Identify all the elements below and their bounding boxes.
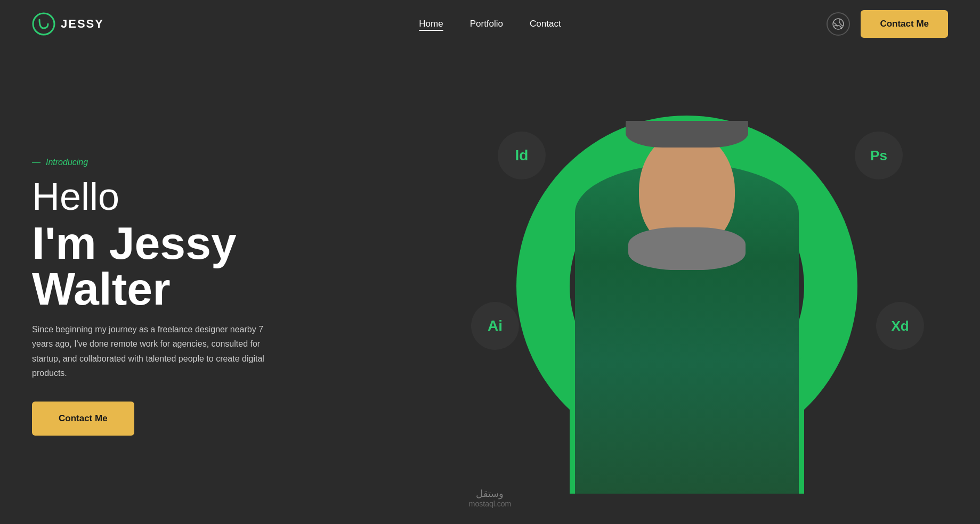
tool-badge-id: Id bbox=[498, 132, 546, 179]
person-hat-brim bbox=[626, 121, 748, 148]
introducing-label: Introducing bbox=[32, 158, 309, 167]
badge-ai-label: Ai bbox=[488, 317, 503, 334]
person-scarf bbox=[628, 227, 746, 270]
nav-item-contact[interactable]: Contact bbox=[530, 19, 561, 29]
contact-me-button-nav[interactable]: Contact Me bbox=[861, 10, 948, 38]
hero-bio: Since beginning my journey as a freelanc… bbox=[32, 322, 266, 380]
watermark: وستقل mostaql.com bbox=[469, 488, 511, 508]
nav-item-home[interactable]: Home bbox=[419, 19, 443, 29]
hero-name-line1: I'm Jessy bbox=[32, 217, 237, 268]
contact-me-button-hero[interactable]: Contact Me bbox=[32, 402, 134, 436]
scene-wrapper: Id Ps Ai Xd bbox=[487, 78, 887, 494]
tool-badge-ai: Ai bbox=[471, 302, 519, 350]
svg-point-1 bbox=[833, 19, 844, 29]
nav-item-portfolio[interactable]: Portfolio bbox=[470, 19, 503, 29]
hero-name-line2: Walter bbox=[32, 263, 171, 314]
dribbble-icon[interactable] bbox=[827, 12, 850, 36]
tool-badge-ps: Ps bbox=[855, 132, 903, 179]
person-area bbox=[559, 121, 815, 494]
badge-id-label: Id bbox=[515, 147, 529, 164]
badge-xd-label: Xd bbox=[891, 318, 909, 334]
hero-left: Introducing Hello I'm Jessy Walter Since… bbox=[32, 158, 309, 436]
hero-section: Introducing Hello I'm Jessy Walter Since… bbox=[0, 48, 980, 524]
hero-greeting: Hello bbox=[32, 176, 309, 218]
logo-area: JESSY bbox=[32, 12, 104, 36]
nav-link-contact[interactable]: Contact bbox=[530, 19, 561, 29]
nav-link-portfolio[interactable]: Portfolio bbox=[470, 19, 503, 29]
hero-right: Id Ps Ai Xd bbox=[394, 48, 980, 524]
watermark-url: mostaql.com bbox=[469, 500, 511, 508]
brand-name: JESSY bbox=[61, 17, 104, 31]
introducing-text: Introducing bbox=[46, 158, 88, 167]
svg-point-0 bbox=[33, 13, 54, 35]
watermark-arabic: وستقل bbox=[469, 488, 511, 500]
nav-links: Home Portfolio Contact bbox=[419, 19, 561, 29]
nav-right: Contact Me bbox=[827, 10, 948, 38]
hero-name: I'm Jessy Walter bbox=[32, 220, 309, 312]
dribbble-svg bbox=[832, 18, 845, 30]
tool-badge-xd: Xd bbox=[876, 302, 924, 350]
logo-icon bbox=[32, 12, 55, 36]
badge-ps-label: Ps bbox=[870, 148, 887, 164]
nav-link-home[interactable]: Home bbox=[419, 19, 443, 29]
navbar: JESSY Home Portfolio Contact Contact Me bbox=[0, 0, 980, 48]
